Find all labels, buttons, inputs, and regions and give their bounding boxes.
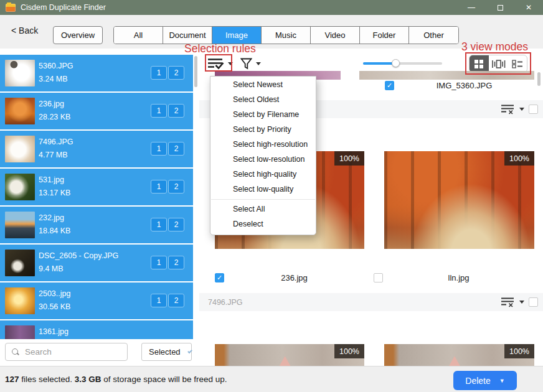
file-name: DSC_2605 - Copy.JPG bbox=[39, 251, 118, 260]
sidebar-group-2503[interactable]: 2503..jpg 30.56 KB 12 bbox=[0, 282, 193, 319]
file-name: 236.jpg bbox=[39, 100, 64, 108]
thumbnail-dark-forest-image bbox=[5, 250, 35, 276]
selection-rules-icon bbox=[207, 57, 224, 70]
menu-item-select-low-quality[interactable]: Select low-quality bbox=[210, 182, 316, 197]
copy-badge-2[interactable]: 2 bbox=[168, 142, 184, 156]
photo-partial-right[interactable] bbox=[359, 71, 534, 80]
file-size: 4.77 MB bbox=[39, 151, 68, 159]
selection-summary: 127 files selected. 3.3 GB of storage sp… bbox=[5, 375, 227, 384]
selected-count: 127 bbox=[5, 375, 19, 384]
sidebar-group-7496[interactable]: 7496.JPG 4.77 MB 12 bbox=[0, 131, 193, 167]
copy-badge-1[interactable]: 1 bbox=[151, 218, 167, 231]
group-checkbox[interactable] bbox=[529, 105, 538, 114]
view-mode-switcher bbox=[469, 55, 527, 73]
menu-item-select-all[interactable]: Select All bbox=[210, 202, 316, 217]
selection-rules-button[interactable] bbox=[207, 57, 233, 70]
menu-item-select-by-priority[interactable]: Select by Priority bbox=[210, 122, 316, 137]
caret-down-icon[interactable] bbox=[519, 108, 524, 111]
caret-down-icon[interactable] bbox=[519, 301, 524, 304]
tab-image[interactable]: Image bbox=[212, 27, 262, 44]
main-scrollbar[interactable] bbox=[537, 72, 541, 86]
copy-badge-2[interactable]: 2 bbox=[168, 218, 184, 231]
sidebar-group-531[interactable]: 531.jpg 13.17 KB 12 bbox=[0, 169, 193, 205]
thumbnail-size-slider[interactable] bbox=[363, 62, 442, 65]
freed-size: 3.3 GB bbox=[75, 375, 102, 384]
tab-folder[interactable]: Folder bbox=[360, 27, 409, 44]
sidebar-scrollbar[interactable] bbox=[194, 56, 197, 87]
slider-thumb[interactable] bbox=[392, 59, 400, 67]
copy-badge-1[interactable]: 1 bbox=[151, 104, 167, 118]
back-button[interactable]: < Back bbox=[11, 26, 38, 35]
thumbnail-dandelion-image bbox=[5, 174, 35, 200]
menu-item-select-oldest[interactable]: Select Oldest bbox=[210, 92, 316, 107]
sidebar-group-dsc2605[interactable]: DSC_2605 - Copy.JPG 9.4 MB 12 bbox=[0, 245, 193, 281]
photo-236-right[interactable]: 100% bbox=[384, 151, 534, 249]
group-checkbox[interactable] bbox=[529, 297, 538, 307]
sidebar-group-1361[interactable]: 1361.jpg bbox=[0, 320, 193, 339]
app-window: Cisdem Duplicate Finder — ✕ < Back Overv… bbox=[0, 0, 543, 392]
annotation-view-modes: 3 view modes bbox=[461, 40, 528, 54]
copy-badge-1[interactable]: 1 bbox=[151, 180, 167, 194]
tab-music[interactable]: Music bbox=[262, 27, 311, 44]
tab-video[interactable]: Video bbox=[311, 27, 360, 44]
filter-funnel-icon bbox=[240, 58, 252, 70]
copy-badge-2[interactable]: 2 bbox=[168, 180, 184, 194]
photo-7496-right[interactable]: 100% bbox=[384, 344, 534, 366]
file-checkbox-unchecked[interactable] bbox=[374, 273, 383, 282]
cat-ear bbox=[443, 356, 466, 366]
deselect-group-icon[interactable] bbox=[501, 297, 515, 307]
duplicate-file-row: ✓ 236.jpg bbox=[215, 273, 364, 283]
thumbnail-autumn-glow-image bbox=[5, 287, 35, 314]
copy-badge-1[interactable]: 1 bbox=[151, 142, 167, 156]
menu-separator bbox=[211, 199, 315, 200]
copy-badge-2[interactable]: 2 bbox=[168, 104, 184, 118]
file-checkbox-checked[interactable]: ✓ bbox=[215, 273, 224, 282]
thumbnail-dog-image bbox=[5, 60, 35, 86]
copy-badge-1[interactable]: 1 bbox=[151, 294, 167, 307]
copy-badge-2[interactable]: 2 bbox=[168, 294, 184, 307]
search-icon bbox=[12, 348, 19, 356]
sidebar-group-232[interactable]: 232.jpg 18.84 KB 12 bbox=[0, 207, 193, 243]
copy-badge-2[interactable]: 2 bbox=[168, 66, 184, 80]
file-checkbox-checked[interactable]: ✓ bbox=[385, 81, 394, 90]
menu-item-select-newest[interactable]: Select Newest bbox=[210, 77, 316, 92]
annotation-selection-rules: Selection rules bbox=[184, 42, 256, 55]
grid-view-button[interactable] bbox=[470, 55, 489, 72]
maximize-button[interactable] bbox=[486, 0, 514, 15]
minimize-button[interactable]: — bbox=[457, 0, 486, 15]
copy-badge-2[interactable]: 2 bbox=[168, 256, 184, 269]
delete-button[interactable]: Delete ▼ bbox=[453, 371, 517, 390]
maximize-icon bbox=[498, 5, 503, 11]
file-label: IMG_5360.JPG bbox=[394, 81, 534, 90]
overview-button[interactable]: Overview bbox=[53, 26, 103, 44]
copy-badge-1[interactable]: 1 bbox=[151, 256, 167, 269]
cat-ear bbox=[273, 356, 297, 366]
filter-button[interactable] bbox=[240, 58, 261, 70]
file-name: 1361.jpg bbox=[39, 327, 68, 336]
selected-filter-dropdown[interactable]: Selected bbox=[141, 343, 192, 361]
search-input[interactable]: Search bbox=[5, 343, 128, 361]
tab-other[interactable]: Other bbox=[409, 27, 458, 44]
caret-down-icon bbox=[256, 62, 261, 65]
sidebar-group-5360[interactable]: 5360.JPG 3.24 MB 12 bbox=[0, 55, 193, 91]
copy-badge-1[interactable]: 1 bbox=[151, 66, 167, 80]
menu-item-deselect[interactable]: Deselect bbox=[210, 217, 316, 231]
menu-item-select-high-quality[interactable]: Select high-quality bbox=[210, 167, 316, 182]
carousel-view-button[interactable] bbox=[489, 55, 508, 72]
list-view-button[interactable] bbox=[508, 55, 527, 72]
close-button[interactable]: ✕ bbox=[514, 0, 543, 15]
menu-item-select-high-resolution[interactable]: Select high-resolution bbox=[210, 137, 316, 152]
group-header-7496: 7496.JPG bbox=[199, 293, 543, 311]
sidebar-group-236[interactable]: 236.jpg 28.23 KB 12 bbox=[0, 93, 193, 129]
menu-item-select-low-resolution[interactable]: Select low-resolution bbox=[210, 152, 316, 167]
tab-document[interactable]: Document bbox=[163, 27, 212, 44]
app-icon bbox=[6, 4, 16, 12]
file-name: 2503..jpg bbox=[39, 289, 70, 298]
photo-7496-left[interactable]: 100% bbox=[215, 344, 364, 366]
duplicate-groups-sidebar: 5360.JPG 3.24 MB 12 236.jpg 28.23 KB 12 … bbox=[0, 55, 193, 339]
file-size: 13.17 KB bbox=[39, 189, 70, 197]
deselect-group-icon[interactable] bbox=[501, 104, 515, 114]
tab-all[interactable]: All bbox=[114, 27, 163, 44]
zoom-badge: 100% bbox=[504, 344, 534, 358]
menu-item-select-by-filename[interactable]: Select by Filename bbox=[210, 107, 316, 122]
